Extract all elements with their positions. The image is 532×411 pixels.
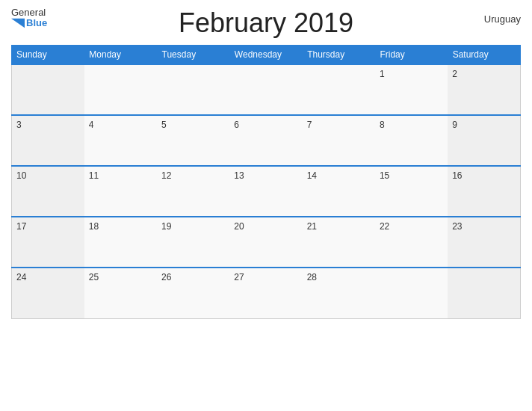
day-number: 14 [307, 170, 317, 181]
calendar-cell: 5 [157, 115, 229, 166]
calendar-cell [303, 64, 375, 115]
day-number: 28 [307, 272, 317, 282]
day-number: 6 [234, 120, 239, 130]
calendar-cell: 17 [12, 217, 84, 268]
day-number: 11 [89, 170, 99, 181]
logo-blue-text: Blue [26, 18, 47, 28]
calendar-cell: 12 [157, 166, 229, 217]
calendar-cell: 8 [375, 115, 448, 166]
week-row-2: 3456789 [12, 115, 521, 166]
day-number: 7 [307, 120, 312, 130]
day-number: 18 [89, 221, 99, 232]
calendar-cell: 23 [448, 217, 520, 268]
calendar-cell [157, 64, 229, 115]
weekday-header-thursday: Thursday [303, 46, 375, 65]
week-row-1: 12 [12, 64, 521, 115]
calendar-cell: 18 [84, 217, 157, 268]
calendar-cell: 28 [303, 268, 375, 318]
calendar-cell: 19 [157, 217, 229, 268]
day-number: 2 [452, 69, 457, 79]
calendar-cell: 7 [303, 115, 375, 166]
day-number: 20 [234, 221, 244, 232]
day-number: 16 [452, 170, 462, 181]
logo-general-text: General [11, 7, 47, 17]
day-number: 4 [89, 120, 94, 130]
day-number: 12 [161, 170, 171, 181]
day-number: 26 [161, 272, 171, 282]
day-number: 13 [234, 170, 244, 181]
day-number: 10 [16, 170, 26, 181]
calendar-cell [375, 268, 448, 318]
day-number: 5 [161, 120, 167, 130]
calendar-header: General Blue February 2019 Uruguay [11, 7, 521, 39]
weekday-header-tuesday: Tuesday [157, 46, 229, 65]
calendar-cell: 22 [375, 217, 448, 268]
week-row-5: 2425262728 [12, 268, 521, 318]
calendar-cell: 21 [303, 217, 375, 268]
calendar-cell [229, 64, 302, 115]
svg-marker-0 [11, 19, 25, 28]
calendar-cell: 20 [229, 217, 302, 268]
day-number: 1 [380, 69, 385, 79]
calendar-cell [12, 64, 84, 115]
day-number: 9 [452, 120, 457, 130]
weekday-header-row: SundayMondayTuesdayWednesdayThursdayFrid… [12, 46, 521, 65]
calendar-cell: 15 [375, 166, 448, 217]
calendar-cell: 25 [84, 268, 157, 318]
calendar-cell [84, 64, 157, 115]
day-number: 8 [380, 120, 385, 130]
day-number: 23 [452, 221, 462, 232]
calendar-cell: 13 [229, 166, 302, 217]
day-number: 19 [161, 221, 171, 232]
day-number: 17 [16, 221, 26, 232]
calendar-cell: 6 [229, 115, 302, 166]
day-number: 27 [234, 272, 244, 282]
country-label: Uruguay [484, 13, 521, 25]
weekday-header-monday: Monday [84, 46, 157, 65]
weekday-header-friday: Friday [375, 46, 448, 65]
calendar-table: SundayMondayTuesdayWednesdayThursdayFrid… [11, 45, 521, 319]
day-number: 25 [89, 272, 99, 282]
calendar-cell: 14 [303, 166, 375, 217]
weekday-header-wednesday: Wednesday [229, 46, 302, 65]
logo-icon [11, 18, 25, 28]
day-number: 3 [16, 120, 22, 130]
calendar-cell: 27 [229, 268, 302, 318]
calendar-cell: 4 [84, 115, 157, 166]
day-number: 15 [380, 170, 389, 181]
week-row-4: 17181920212223 [12, 217, 521, 268]
weekday-header-saturday: Saturday [448, 46, 520, 65]
day-number: 22 [380, 221, 389, 232]
calendar-cell: 1 [375, 64, 448, 115]
logo: General Blue [11, 7, 47, 28]
week-row-3: 10111213141516 [12, 166, 521, 217]
day-number: 21 [307, 221, 317, 232]
calendar-cell: 3 [12, 115, 84, 166]
calendar-cell: 11 [84, 166, 157, 217]
calendar-cell: 10 [12, 166, 84, 217]
calendar-cell: 2 [448, 64, 520, 115]
day-number: 24 [16, 272, 26, 282]
calendar-cell: 16 [448, 166, 520, 217]
calendar-container: General Blue February 2019 Uruguay Sunda… [0, 0, 532, 411]
calendar-cell: 9 [448, 115, 520, 166]
month-title: February 2019 [179, 7, 353, 39]
weekday-header-sunday: Sunday [12, 46, 84, 65]
calendar-cell [448, 268, 520, 318]
calendar-cell: 24 [12, 268, 84, 318]
calendar-cell: 26 [157, 268, 229, 318]
